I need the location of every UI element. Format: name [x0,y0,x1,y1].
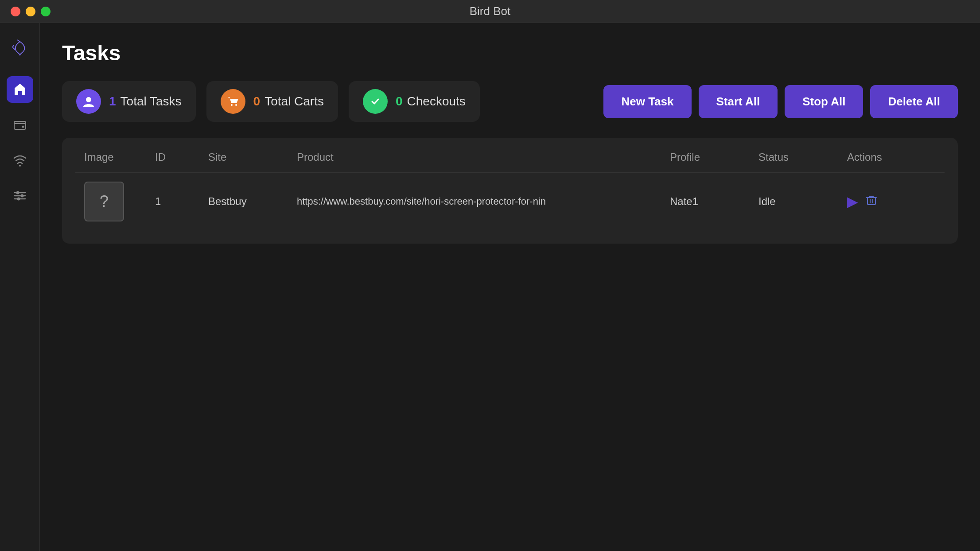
header-site: Site [208,151,297,163]
table-header: Image ID Site Product Profile Status Act… [75,151,945,173]
app-layout: Tasks 1 Total Tasks [0,23,980,551]
svg-point-1 [22,126,24,128]
delete-button[interactable] [865,194,878,210]
product-image: ? [84,182,124,221]
header-status: Status [758,151,847,163]
table-row: ? 1 Bestbuy https://www.bestbuy.com/site… [75,173,945,230]
stat-card-checkouts: 0 Checkouts [349,81,480,122]
minimize-button[interactable] [26,7,35,16]
app-title: Bird Bot [470,4,511,18]
carts-label: Total Carts [264,94,324,109]
checkouts-icon [363,89,388,114]
action-buttons: New Task Start All Stop All Delete All [603,85,958,118]
stop-all-button[interactable]: Stop All [785,85,863,118]
stat-card-total-tasks: 1 Total Tasks [62,81,196,122]
delete-all-button[interactable]: Delete All [870,85,958,118]
tasks-count: 1 [109,94,116,109]
new-task-button[interactable]: New Task [603,85,691,118]
start-all-button[interactable]: Start All [699,85,778,118]
checkouts-label: Checkouts [407,94,466,109]
svg-rect-13 [867,198,875,205]
header-actions: Actions [847,151,936,163]
svg-point-8 [17,198,20,201]
close-button[interactable] [11,7,20,16]
maximize-button[interactable] [41,7,51,16]
tasks-icon [76,89,101,114]
row-profile: Nate1 [670,195,758,208]
sidebar-item-wifi[interactable] [7,147,33,174]
svg-point-6 [20,194,23,198]
carts-stat-text: 0 Total Carts [253,94,324,109]
tasks-label: Total Tasks [121,94,182,109]
titlebar: Bird Bot [0,0,980,23]
svg-point-2 [19,165,21,167]
row-id: 1 [155,195,208,208]
header-profile: Profile [670,151,758,163]
tasks-table-container: Image ID Site Product Profile Status Act… [62,138,958,244]
tasks-stat-text: 1 Total Tasks [109,94,182,109]
page-title: Tasks [62,41,958,65]
play-button[interactable]: ▶ [847,193,858,210]
sidebar [0,23,40,551]
svg-rect-0 [14,121,26,129]
row-status: Idle [758,195,847,208]
svg-point-10 [231,104,233,106]
svg-point-11 [235,104,237,106]
checkouts-stat-text: 0 Checkouts [396,94,466,109]
row-product: https://www.bestbuy.com/site/hori-screen… [297,196,670,207]
carts-count: 0 [253,94,261,109]
svg-point-12 [369,96,381,107]
header-product: Product [297,151,670,163]
app-logo [7,36,33,63]
row-site: Bestbuy [208,195,297,208]
header-id: ID [155,151,208,163]
main-content: Tasks 1 Total Tasks [40,23,980,551]
header-image: Image [84,151,155,163]
svg-point-4 [16,191,19,194]
sidebar-item-wallet[interactable] [7,112,33,138]
stat-card-total-carts: 0 Total Carts [206,81,338,122]
carts-icon [221,89,245,114]
window-controls [11,7,51,16]
sidebar-item-settings[interactable] [7,182,33,209]
stats-row: 1 Total Tasks 0 Total Carts [62,81,958,122]
svg-point-9 [86,97,91,102]
row-actions: ▶ [847,193,936,210]
checkouts-count: 0 [396,94,403,109]
sidebar-item-home[interactable] [7,76,33,103]
